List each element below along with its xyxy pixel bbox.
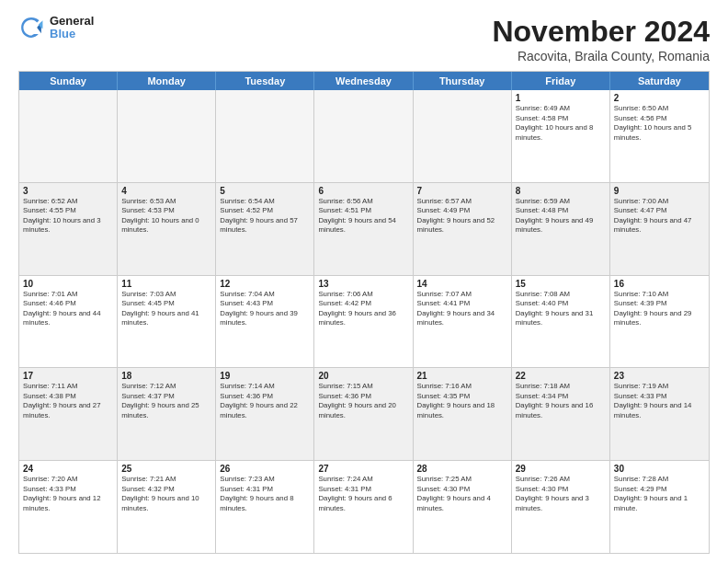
header-day-friday: Friday	[512, 72, 610, 90]
calendar-cell: 9Sunrise: 7:00 AM Sunset: 4:47 PM Daylig…	[610, 183, 709, 275]
header-day-tuesday: Tuesday	[216, 72, 314, 90]
logo: General Blue	[18, 15, 94, 41]
day-number: 18	[121, 371, 211, 381]
day-info: Sunrise: 7:11 AM Sunset: 4:38 PM Dayligh…	[23, 382, 113, 420]
calendar-cell: 29Sunrise: 7:26 AM Sunset: 4:30 PM Dayli…	[512, 461, 610, 553]
day-number: 23	[614, 371, 705, 381]
calendar-cell: 15Sunrise: 7:08 AM Sunset: 4:40 PM Dayli…	[512, 276, 610, 368]
day-info: Sunrise: 7:00 AM Sunset: 4:47 PM Dayligh…	[614, 197, 705, 236]
day-number: 9	[614, 186, 705, 196]
calendar: SundayMondayTuesdayWednesdayThursdayFrid…	[18, 71, 710, 554]
calendar-cell: 5Sunrise: 6:54 AM Sunset: 4:52 PM Daylig…	[216, 183, 314, 275]
day-number: 3	[23, 186, 113, 196]
day-number: 28	[417, 464, 507, 474]
day-number: 24	[23, 464, 113, 474]
calendar-cell	[118, 90, 216, 182]
day-info: Sunrise: 7:12 AM Sunset: 4:37 PM Dayligh…	[121, 382, 211, 420]
day-info: Sunrise: 6:59 AM Sunset: 4:48 PM Dayligh…	[516, 197, 606, 236]
day-info: Sunrise: 7:14 AM Sunset: 4:36 PM Dayligh…	[220, 382, 310, 420]
day-info: Sunrise: 7:28 AM Sunset: 4:29 PM Dayligh…	[614, 475, 705, 513]
day-number: 15	[516, 279, 606, 289]
day-info: Sunrise: 7:26 AM Sunset: 4:30 PM Dayligh…	[516, 475, 606, 513]
day-info: Sunrise: 7:06 AM Sunset: 4:42 PM Dayligh…	[318, 290, 408, 328]
day-number: 11	[121, 279, 211, 289]
calendar-cell: 7Sunrise: 6:57 AM Sunset: 4:49 PM Daylig…	[414, 183, 512, 275]
calendar-cell: 3Sunrise: 6:52 AM Sunset: 4:55 PM Daylig…	[19, 183, 118, 275]
calendar-row-2: 3Sunrise: 6:52 AM Sunset: 4:55 PM Daylig…	[19, 183, 709, 276]
calendar-cell: 17Sunrise: 7:11 AM Sunset: 4:38 PM Dayli…	[19, 368, 118, 460]
day-number: 4	[121, 186, 211, 196]
day-info: Sunrise: 7:25 AM Sunset: 4:30 PM Dayligh…	[417, 475, 507, 513]
calendar-cell: 20Sunrise: 7:15 AM Sunset: 4:36 PM Dayli…	[314, 368, 413, 460]
calendar-cell: 14Sunrise: 7:07 AM Sunset: 4:41 PM Dayli…	[414, 276, 512, 368]
header-day-monday: Monday	[118, 72, 216, 90]
calendar-cell: 4Sunrise: 6:53 AM Sunset: 4:53 PM Daylig…	[118, 183, 216, 275]
day-number: 6	[318, 186, 408, 196]
calendar-cell: 24Sunrise: 7:20 AM Sunset: 4:33 PM Dayli…	[19, 461, 118, 553]
day-info: Sunrise: 7:20 AM Sunset: 4:33 PM Dayligh…	[23, 475, 113, 513]
day-info: Sunrise: 7:16 AM Sunset: 4:35 PM Dayligh…	[417, 382, 507, 420]
day-number: 17	[23, 371, 113, 381]
day-number: 5	[220, 186, 310, 196]
calendar-row-1: 1Sunrise: 6:49 AM Sunset: 4:58 PM Daylig…	[19, 90, 709, 183]
day-number: 25	[121, 464, 211, 474]
page: General Blue November 2024 Racovita, Bra…	[0, 0, 728, 563]
calendar-cell: 12Sunrise: 7:04 AM Sunset: 4:43 PM Dayli…	[216, 276, 314, 368]
calendar-row-3: 10Sunrise: 7:01 AM Sunset: 4:46 PM Dayli…	[19, 276, 709, 369]
calendar-cell: 25Sunrise: 7:21 AM Sunset: 4:32 PM Dayli…	[118, 461, 216, 553]
day-info: Sunrise: 6:54 AM Sunset: 4:52 PM Dayligh…	[220, 197, 310, 236]
calendar-cell: 28Sunrise: 7:25 AM Sunset: 4:30 PM Dayli…	[414, 461, 512, 553]
calendar-cell: 1Sunrise: 6:49 AM Sunset: 4:58 PM Daylig…	[512, 90, 610, 182]
day-info: Sunrise: 7:18 AM Sunset: 4:34 PM Dayligh…	[516, 382, 606, 420]
day-number: 27	[318, 464, 408, 474]
calendar-cell: 27Sunrise: 7:24 AM Sunset: 4:31 PM Dayli…	[314, 461, 413, 553]
day-number: 29	[516, 464, 606, 474]
day-info: Sunrise: 6:52 AM Sunset: 4:55 PM Dayligh…	[23, 197, 113, 236]
day-number: 8	[516, 186, 606, 196]
day-number: 12	[220, 279, 310, 289]
logo-text: General Blue	[50, 15, 94, 41]
day-info: Sunrise: 6:50 AM Sunset: 4:56 PM Dayligh…	[614, 104, 705, 143]
calendar-cell: 16Sunrise: 7:10 AM Sunset: 4:39 PM Dayli…	[610, 276, 709, 368]
day-number: 30	[614, 464, 705, 474]
day-number: 13	[318, 279, 408, 289]
day-info: Sunrise: 6:56 AM Sunset: 4:51 PM Dayligh…	[318, 197, 408, 236]
header: General Blue November 2024 Racovita, Bra…	[18, 15, 710, 63]
logo-line1: General	[50, 15, 94, 28]
calendar-header: SundayMondayTuesdayWednesdayThursdayFrid…	[19, 72, 709, 90]
day-info: Sunrise: 7:10 AM Sunset: 4:39 PM Dayligh…	[614, 290, 705, 328]
calendar-cell: 23Sunrise: 7:19 AM Sunset: 4:33 PM Dayli…	[610, 368, 709, 460]
calendar-cell: 11Sunrise: 7:03 AM Sunset: 4:45 PM Dayli…	[118, 276, 216, 368]
subtitle: Racovita, Braila County, Romania	[492, 49, 710, 63]
day-info: Sunrise: 7:24 AM Sunset: 4:31 PM Dayligh…	[318, 475, 408, 513]
main-title: November 2024	[492, 15, 710, 49]
day-info: Sunrise: 7:21 AM Sunset: 4:32 PM Dayligh…	[121, 475, 211, 513]
header-day-saturday: Saturday	[610, 72, 709, 90]
logo-icon	[18, 15, 44, 40]
day-info: Sunrise: 7:07 AM Sunset: 4:41 PM Dayligh…	[417, 290, 507, 328]
day-number: 20	[318, 371, 408, 381]
calendar-cell: 10Sunrise: 7:01 AM Sunset: 4:46 PM Dayli…	[19, 276, 118, 368]
day-number: 2	[614, 93, 705, 103]
calendar-cell: 2Sunrise: 6:50 AM Sunset: 4:56 PM Daylig…	[610, 90, 709, 182]
day-number: 22	[516, 371, 606, 381]
calendar-cell	[19, 90, 118, 182]
calendar-cell	[414, 90, 512, 182]
header-day-sunday: Sunday	[19, 72, 118, 90]
calendar-cell: 21Sunrise: 7:16 AM Sunset: 4:35 PM Dayli…	[414, 368, 512, 460]
calendar-cell	[314, 90, 413, 182]
logo-line2: Blue	[50, 28, 94, 40]
calendar-cell: 18Sunrise: 7:12 AM Sunset: 4:37 PM Dayli…	[118, 368, 216, 460]
day-info: Sunrise: 7:04 AM Sunset: 4:43 PM Dayligh…	[220, 290, 310, 328]
day-number: 19	[220, 371, 310, 381]
day-info: Sunrise: 6:57 AM Sunset: 4:49 PM Dayligh…	[417, 197, 507, 236]
calendar-cell: 6Sunrise: 6:56 AM Sunset: 4:51 PM Daylig…	[314, 183, 413, 275]
calendar-cell: 19Sunrise: 7:14 AM Sunset: 4:36 PM Dayli…	[216, 368, 314, 460]
calendar-row-4: 17Sunrise: 7:11 AM Sunset: 4:38 PM Dayli…	[19, 368, 709, 461]
day-info: Sunrise: 7:08 AM Sunset: 4:40 PM Dayligh…	[516, 290, 606, 328]
day-info: Sunrise: 7:15 AM Sunset: 4:36 PM Dayligh…	[318, 382, 408, 420]
day-number: 26	[220, 464, 310, 474]
day-info: Sunrise: 7:01 AM Sunset: 4:46 PM Dayligh…	[23, 290, 113, 328]
day-info: Sunrise: 7:03 AM Sunset: 4:45 PM Dayligh…	[121, 290, 211, 328]
day-number: 21	[417, 371, 507, 381]
